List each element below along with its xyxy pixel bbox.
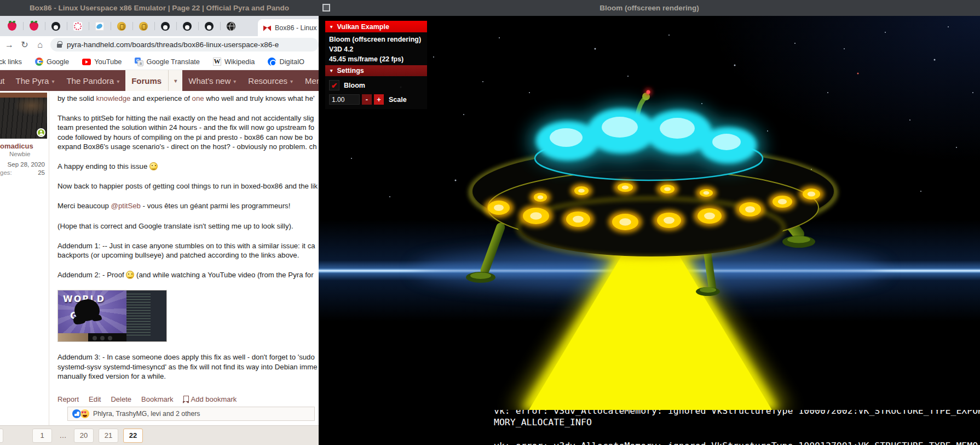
edit-link[interactable]: Edit [89,395,101,403]
avatar[interactable] [0,93,47,139]
nav-item-the-pandora[interactable]: The Pandora▾ [60,70,125,91]
pinned-tab[interactable] [176,16,198,36]
settings-section-header[interactable]: ▼ Settings [325,65,427,76]
terminal-output: vk: error: v3dv_AllocateMemory: ignored … [494,410,980,445]
page-button[interactable]: 21 [99,429,118,443]
nav-item-label: What's new [188,76,230,85]
star [455,180,457,181]
bookmark-label: YouTube [94,58,122,66]
bookmark-google-translate[interactable]: Google Translate [135,58,199,66]
ufo-light [704,213,715,220]
reactions-text: Phlyra, TrashyMG, levi and 2 others [93,410,200,418]
star [499,37,500,38]
scale-decrease-button[interactable]: - [362,94,372,105]
nav-item-forums[interactable]: Forums▾ [125,70,182,91]
active-tab[interactable]: Box86 - Linux Users [258,19,319,36]
raspberry-pi-icon [30,22,38,31]
bookmark-digitalo[interactable]: DigitalO [268,58,304,66]
page-button-current[interactable]: 22 [123,429,143,443]
bookmark-ribbon-icon [183,396,189,403]
vulkan-window: ▼ Vulkan Example Bloom (offscreen render… [319,16,980,410]
author-joined-value: Sep 28, 2020 [8,161,45,168]
post-paragraph: A happy ending to this issue [57,162,319,171]
pinned-tab[interactable] [111,16,132,36]
pinned-tab[interactable] [1,16,23,36]
pinned-tab[interactable] [23,16,45,36]
pagination-prev-stub[interactable] [0,429,3,443]
star [920,191,921,192]
ufo-light [578,189,585,192]
delete-link[interactable]: Delete [111,395,131,403]
bloom-checkbox-row[interactable]: ✔ Bloom [329,80,423,90]
pinned-tab[interactable] [89,16,111,36]
author-username[interactable]: omadicus [0,142,49,150]
terminal-window[interactable]: vk: error: v3dv_AllocateMemory: ignored … [319,410,980,445]
globe-icon [227,22,235,31]
add-bookmark-link[interactable]: Add bookmark [183,395,237,403]
chevron-down-icon: ▾ [290,78,293,84]
pyra-logo-icon [263,24,271,32]
nav-item-the-pyra[interactable]: The Pyra▾ [10,70,61,91]
pinned-tab[interactable] [132,16,154,36]
star [934,59,936,61]
world-of-goo-screenshot: WORLDGOO [58,290,126,333]
reload-button[interactable]: ↻ [18,38,32,52]
pinned-tab[interactable] [198,16,220,36]
author-joined-row: Sep 28, 2020 [0,161,49,169]
post-inline-link[interactable]: knowledge [96,94,130,102]
bookmark-label: Google [47,58,69,66]
attachment-thumbnail[interactable]: WORLDGOO [57,290,167,342]
pinned-tab[interactable] [220,16,242,36]
bookmark-uick-links[interactable]: uick links [0,58,22,66]
star [794,43,795,44]
nav-item-label: Resources [248,76,287,85]
game-bottom-bar [88,333,126,342]
love-reaction-icon [80,409,89,418]
scale-increase-button[interactable]: + [374,94,384,105]
post-text: who well and truly knows what he' [204,94,315,102]
star [948,26,949,27]
url-bar[interactable]: pyra-handheld.com/boards/threads/box86-l… [50,38,319,52]
forum-thread-content: omadicus Newbie Sep 28, 2020 ges: 25 by … [0,91,319,425]
author-messages-label: ges: [0,169,12,176]
post-inline-link[interactable]: @ptitSeb [111,202,141,210]
home-button[interactable]: ⌂ [33,38,47,52]
scale-label: Scale [389,96,407,104]
post-inline-link[interactable]: one [192,94,204,102]
author-user-title: Newbie [0,151,49,157]
collapse-triangle-icon: ▼ [329,68,333,73]
ufo-light [808,192,815,197]
nav-item-resources[interactable]: Resources▾ [242,70,299,91]
post-text: Thanks to ptitSeb for hitting the nail e… [57,114,314,122]
star [734,65,736,66]
post-paragraph: Addendum 1: -- Just in case anyone stumb… [57,241,319,260]
nav-item-what-s-new[interactable]: What's new▾ [182,70,242,91]
reactions-bar[interactable]: Phlyra, TrashyMG, levi and 2 others [67,407,315,421]
vulkan-panel-header[interactable]: ▼ Vulkan Example [325,21,427,32]
youtube-icon [82,59,91,65]
page-button[interactable]: 20 [74,429,94,443]
bookmark-link[interactable]: Bookmark [141,395,174,403]
scale-value-input[interactable]: 1.00 [329,94,360,105]
ufo-light [619,218,631,226]
forward-button[interactable]: → [2,38,16,52]
bookmark-google[interactable]: Google [35,58,69,66]
bookmark-wikipedia[interactable]: Wikipedia [213,58,255,66]
pinned-tab[interactable] [67,16,89,36]
bookmark-youtube[interactable]: YouTube [82,58,122,66]
terminal-line: vk: error: v3dv_AllocateMemory: ignored … [494,440,980,445]
nav-item-ut[interactable]: ut [0,70,10,91]
pinned-tab[interactable] [45,16,67,36]
bloom-checkbox[interactable]: ✔ [329,80,339,90]
nav-item-label: Forums [131,76,162,85]
terminal-line [494,429,980,440]
desktop-strip [58,333,88,342]
nav-item-membe[interactable]: Membe [299,70,319,91]
pinned-tab[interactable] [154,16,176,36]
chevron-down-icon: ▾ [51,78,54,84]
page-button[interactable]: 1 [32,429,52,443]
report-link[interactable]: Report [57,395,79,403]
ufo-light [622,185,629,189]
scale-control-row: 1.00 - + Scale [329,94,423,105]
ufo-dome [529,104,763,180]
